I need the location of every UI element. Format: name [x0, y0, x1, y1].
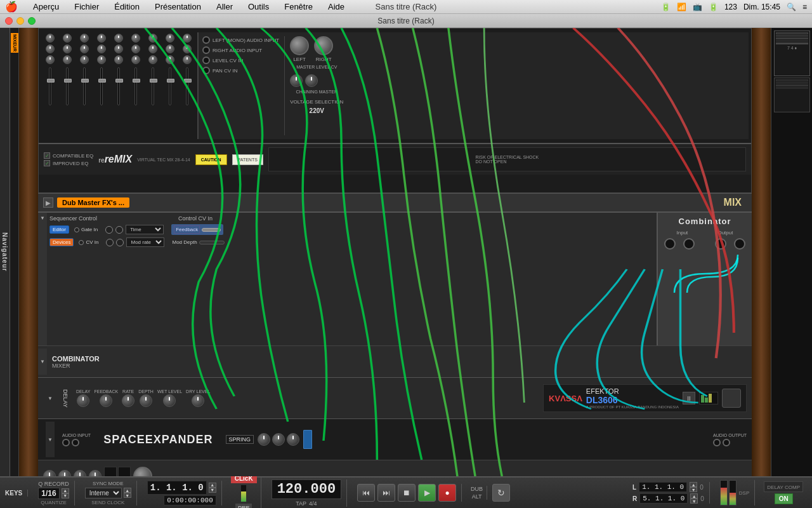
channel-8-knob1[interactable]	[166, 34, 174, 43]
channel-7-knob3[interactable]	[148, 55, 157, 64]
navigator-sidebar[interactable]: Navigateur	[0, 28, 10, 476]
level-cv-jack[interactable]	[202, 57, 210, 64]
delay-bypass[interactable]: ⏸	[683, 392, 695, 404]
channel-3-knob3[interactable]	[80, 55, 89, 64]
expander-input-jack-r[interactable]	[72, 439, 79, 446]
bottom-knob-lg[interactable]	[133, 467, 152, 477]
pan-cv-jack[interactable]	[202, 67, 210, 74]
l-stepper[interactable]: ▲ ▼	[690, 482, 697, 492]
channel-3-knob2[interactable]	[80, 44, 89, 53]
sync-dropdown[interactable]: Interne	[85, 488, 122, 498]
master-right-knob[interactable]	[314, 36, 333, 55]
expander-output-jack-l[interactable]	[713, 439, 721, 446]
time-toggle2[interactable]	[115, 226, 123, 234]
bottom-knob1[interactable]	[43, 470, 56, 477]
channel-6-knob2[interactable]	[131, 44, 140, 53]
delay-knob6[interactable]	[192, 394, 204, 407]
master-left-knob[interactable]	[290, 36, 309, 55]
delay-knob4[interactable]	[140, 394, 152, 407]
mod-depth-slider[interactable]	[199, 241, 225, 244]
channel-1-knob1[interactable]	[46, 34, 55, 43]
channel-7-knob2[interactable]	[148, 44, 157, 53]
chain-left-knob[interactable]	[290, 74, 303, 87]
tempo-display[interactable]: 120.000	[272, 479, 341, 499]
sync-up[interactable]: ▲	[124, 488, 131, 493]
channel-1-knob2[interactable]	[46, 44, 55, 53]
gain-cv-knob[interactable]	[258, 433, 270, 446]
menu-outils[interactable]: Outils	[246, 2, 272, 11]
channel-8-fader[interactable]	[169, 67, 171, 105]
time-dropdown[interactable]: Time	[126, 225, 164, 234]
input-jack-2[interactable]	[683, 238, 695, 250]
cv-in-radio[interactable]	[79, 240, 84, 245]
channel-1-fader[interactable]	[49, 67, 51, 105]
delay-collapse[interactable]: ▼	[46, 380, 55, 416]
right-audio-jack[interactable]	[202, 46, 210, 54]
tap-label[interactable]: TAP	[296, 500, 306, 507]
channel-6-knob1[interactable]	[131, 34, 140, 43]
on-button[interactable]: ON	[775, 493, 793, 504]
close-button[interactable]	[5, 17, 13, 25]
channel-9-knob1[interactable]	[183, 34, 192, 43]
bottom-knob4[interactable]	[89, 470, 102, 477]
modrate-toggle[interactable]	[106, 239, 114, 246]
minimize-button[interactable]	[16, 17, 24, 25]
compatible-eq-checkbox[interactable]: ✓	[44, 152, 50, 159]
channel-4-knob3[interactable]	[97, 55, 106, 64]
l-down[interactable]: ▼	[690, 487, 697, 492]
channel-6-fader[interactable]	[134, 67, 137, 105]
time-toggle[interactable]	[105, 226, 113, 234]
channel-2-knob1[interactable]	[63, 34, 72, 43]
channel-4-fader[interactable]	[100, 67, 103, 105]
mix-cv-knob[interactable]	[287, 433, 299, 446]
pre-button[interactable]: PRE	[235, 504, 252, 508]
sync-down[interactable]: ▼	[124, 493, 131, 498]
channel-5-fader[interactable]	[117, 67, 120, 105]
channel-4-knob1[interactable]	[97, 34, 106, 43]
expand-arrow[interactable]: ▶	[43, 197, 53, 208]
channel-9-knob2[interactable]	[183, 44, 192, 53]
menu-edition[interactable]: Édition	[112, 2, 142, 11]
maximize-button[interactable]	[28, 17, 36, 25]
quantize-stepper[interactable]: ▲ ▼	[62, 488, 69, 498]
channel-7-fader[interactable]	[152, 67, 154, 105]
sync-stepper[interactable]: ▲ ▼	[124, 488, 131, 498]
channel-9-fader[interactable]	[186, 67, 188, 105]
delay-knob3[interactable]	[122, 394, 134, 407]
improved-eq-checkbox[interactable]: ✓	[44, 160, 50, 166]
chain-right-knob[interactable]	[305, 74, 318, 87]
channel-8-knob3[interactable]	[166, 55, 174, 64]
expander-output-jack-r[interactable]	[723, 439, 730, 446]
devices-button[interactable]: Devices	[49, 238, 74, 246]
r-up[interactable]: ▲	[690, 493, 698, 498]
delay-power[interactable]	[722, 389, 741, 408]
fast-forward-button[interactable]: ⏭	[377, 484, 395, 502]
channel-2-knob2[interactable]	[63, 44, 72, 53]
expander-input-jack-l[interactable]	[62, 439, 70, 446]
bars-stepper[interactable]: ▲ ▼	[209, 483, 216, 493]
menu-apercu[interactable]: Aperçu	[30, 2, 62, 11]
menu-aide[interactable]: Aide	[325, 2, 347, 11]
left-mono-jack[interactable]	[202, 36, 210, 44]
editor-devices-row[interactable]: Editor Gate In	[49, 224, 654, 235]
bars-down[interactable]: ▼	[209, 488, 216, 493]
quantize-down[interactable]: ▼	[62, 493, 69, 498]
combinator-expand[interactable]: ▼	[38, 349, 47, 375]
select-button-b[interactable]	[303, 430, 312, 449]
channel-3-fader[interactable]	[83, 67, 86, 105]
search-icon[interactable]: 🔍	[787, 3, 796, 11]
quantize-value[interactable]: 1/16	[38, 488, 59, 499]
quantize-up[interactable]: ▲	[62, 488, 69, 493]
bottom-knob2[interactable]	[58, 470, 71, 477]
bars-up[interactable]: ▲	[209, 483, 216, 488]
channel-8-knob2[interactable]	[166, 44, 174, 53]
channel-7-knob1[interactable]	[148, 34, 157, 43]
modrate-dropdown[interactable]: Mod rate	[126, 237, 164, 247]
channel-2-fader[interactable]	[66, 67, 69, 105]
loop-button[interactable]: ↻	[492, 484, 510, 502]
delay-knob2[interactable]	[100, 394, 112, 407]
bottom-knob3[interactable]	[74, 470, 86, 477]
list-icon[interactable]: ≡	[802, 3, 807, 11]
combinator-collapse[interactable]: ▼	[38, 213, 47, 345]
play-button[interactable]: ▶	[418, 484, 436, 502]
